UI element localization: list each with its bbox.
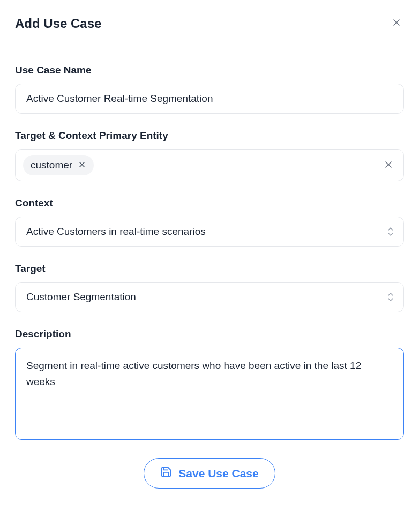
target-select-wrapper: Customer Segmentation — [15, 282, 404, 312]
close-icon — [391, 17, 402, 29]
save-button-wrapper: Save Use Case — [15, 458, 404, 489]
save-button-label: Save Use Case — [178, 467, 258, 480]
close-button[interactable] — [389, 15, 404, 32]
primary-entity-group: Target & Context Primary Entity customer — [15, 130, 404, 181]
target-label: Target — [15, 263, 404, 275]
context-label: Context — [15, 197, 404, 209]
context-select[interactable]: Active Customers in real-time scenarios — [15, 217, 404, 247]
context-group: Context Active Customers in real-time sc… — [15, 197, 404, 247]
primary-entity-input[interactable]: customer — [15, 149, 404, 181]
context-select-wrapper: Active Customers in real-time scenarios — [15, 217, 404, 247]
close-icon — [383, 159, 394, 172]
primary-entity-label: Target & Context Primary Entity — [15, 130, 404, 142]
save-icon — [160, 466, 172, 481]
use-case-name-label: Use Case Name — [15, 64, 404, 76]
dialog-title: Add Use Case — [15, 16, 101, 31]
use-case-name-group: Use Case Name — [15, 64, 404, 114]
entity-clear-button[interactable] — [381, 157, 396, 174]
close-icon — [78, 160, 86, 171]
entity-tag-label: customer — [31, 159, 72, 171]
target-select[interactable]: Customer Segmentation — [15, 282, 404, 312]
description-label: Description — [15, 328, 404, 340]
description-group: Description Segment in real-time active … — [15, 328, 404, 442]
dialog-header: Add Use Case — [15, 15, 404, 45]
save-button[interactable]: Save Use Case — [144, 458, 275, 489]
description-textarea[interactable]: Segment in real-time active customers wh… — [15, 348, 404, 440]
use-case-name-input[interactable] — [15, 84, 404, 114]
target-group: Target Customer Segmentation — [15, 263, 404, 312]
entity-tag-remove-button[interactable] — [78, 160, 86, 171]
entity-tag: customer — [23, 155, 94, 175]
